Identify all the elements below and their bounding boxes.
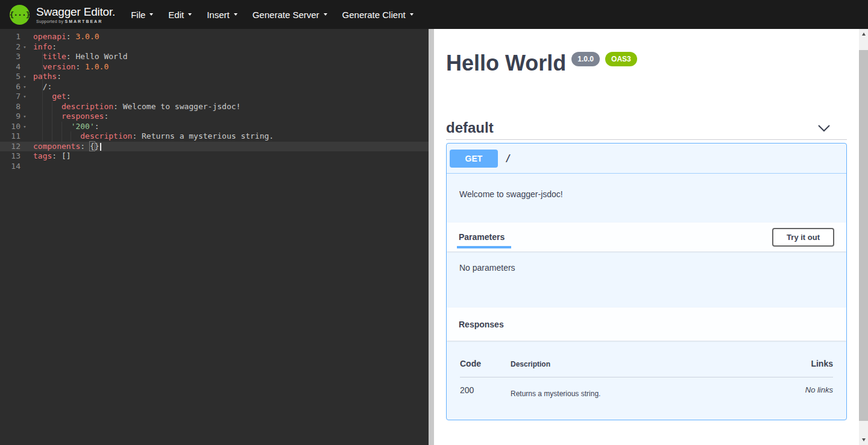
- col-code-header: Code: [460, 359, 511, 368]
- fold-toggle-icon[interactable]: ▾: [20, 72, 29, 82]
- chevron-down-icon[interactable]: [817, 124, 831, 132]
- gutter-line[interactable]: 1: [0, 32, 29, 42]
- code-line-8[interactable]: description: Welcome to swagger-jsdoc!: [33, 102, 274, 112]
- scroll-down-button[interactable]: [859, 435, 868, 445]
- version-badge: 1.0.0: [571, 52, 600, 66]
- code-line-7[interactable]: get:: [33, 92, 274, 102]
- col-links-header: Links: [811, 359, 833, 368]
- tagline-prefix: Supported by: [36, 19, 63, 24]
- gutter-line[interactable]: 9▾: [0, 112, 29, 122]
- response-links: No links: [805, 385, 833, 394]
- code-line-12[interactable]: components: {}: [33, 142, 274, 152]
- operation-path: /: [505, 153, 511, 164]
- fold-spacer: [20, 102, 29, 112]
- code-line-5[interactable]: paths:: [33, 72, 274, 82]
- active-tab-underline: [457, 246, 511, 248]
- gutter-line[interactable]: 10▾: [0, 122, 29, 132]
- try-it-out-button[interactable]: Try it out: [772, 228, 834, 247]
- response-row-200: 200 Returns a mysterious string. No link…: [460, 385, 833, 398]
- menu-edit-label: Edit: [168, 10, 184, 20]
- fold-toggle-icon[interactable]: ▾: [20, 122, 29, 132]
- fold-toggle-icon[interactable]: ▾: [20, 42, 29, 52]
- code-line-11[interactable]: description: Returns a mysterious string…: [33, 131, 274, 142]
- gutter-line[interactable]: 4: [0, 62, 29, 72]
- scroll-up-arrow-icon: [862, 33, 866, 36]
- menu-bar: File Edit Insert Generate Server Generat…: [131, 10, 414, 20]
- gutter-line[interactable]: 12: [0, 142, 29, 152]
- operation-summary[interactable]: GET /: [447, 144, 846, 174]
- fold-spacer: [20, 162, 29, 172]
- gutter-line[interactable]: 3: [0, 52, 29, 62]
- tag-section-default[interactable]: default: [446, 116, 847, 140]
- fold-spacer: [20, 62, 29, 72]
- menu-file-label: File: [131, 10, 145, 20]
- api-title: Hello World: [446, 51, 566, 75]
- operation-description: Welcome to swagger-jsdoc!: [447, 174, 846, 222]
- tab-parameters[interactable]: Parameters: [459, 222, 505, 251]
- tagline-brand: SMARTBEAR: [65, 19, 103, 24]
- dropdown-caret-icon: [324, 13, 327, 16]
- gutter-line[interactable]: 2▾: [0, 42, 29, 52]
- gutter-line[interactable]: 6▾: [0, 82, 29, 92]
- vertical-scrollbar[interactable]: [859, 29, 868, 445]
- menu-generate-server[interactable]: Generate Server: [253, 10, 327, 20]
- fold-spacer: [20, 142, 29, 152]
- swagger-ui-pane: Hello World 1.0.0 OAS3 default GET / Wel…: [434, 29, 859, 445]
- code-line-14[interactable]: [33, 162, 274, 172]
- dropdown-caret-icon: [188, 13, 192, 16]
- responses-table-head: Code Description Links: [460, 359, 833, 377]
- editor-gutter[interactable]: 12▾345▾6▾7▾89▾10▾11121314: [0, 32, 29, 171]
- dropdown-caret-icon: [410, 13, 414, 16]
- code-line-9[interactable]: responses:: [33, 112, 274, 122]
- menu-generate-client[interactable]: Generate Client: [342, 10, 414, 20]
- scrollbar-thumb[interactable]: [859, 50, 868, 421]
- gutter-line[interactable]: 14: [0, 162, 29, 172]
- dropdown-caret-icon: [149, 13, 153, 16]
- fold-spacer: [20, 131, 29, 142]
- menu-insert-label: Insert: [207, 10, 230, 20]
- col-description-header: Description: [511, 360, 811, 368]
- yaml-editor[interactable]: 12▾345▾6▾7▾89▾10▾11121314 openapi: 3.0.0…: [0, 29, 429, 445]
- gutter-line[interactable]: 8: [0, 102, 29, 112]
- menu-insert[interactable]: Insert: [207, 10, 237, 20]
- menu-edit[interactable]: Edit: [168, 10, 192, 20]
- braces-glyph: {···}: [9, 10, 30, 19]
- method-get-button[interactable]: GET: [450, 150, 498, 168]
- code-line-4[interactable]: version: 1.0.0: [33, 62, 274, 72]
- code-line-2[interactable]: info:: [33, 42, 274, 52]
- responses-title: Responses: [459, 320, 504, 329]
- brand-tagline: Supported by SMARTBEAR: [36, 19, 115, 24]
- fold-toggle-icon[interactable]: ▾: [20, 92, 29, 102]
- opblock-get: GET / Welcome to swagger-jsdoc! Paramete…: [446, 143, 847, 420]
- fold-spacer: [20, 151, 29, 162]
- brand-text: Swagger Editor. Supported by SMARTBEAR: [36, 5, 115, 24]
- oas3-badge: OAS3: [605, 52, 637, 66]
- fold-toggle-icon[interactable]: ▾: [20, 82, 29, 92]
- fold-spacer: [20, 32, 29, 42]
- pane-splitter[interactable]: [429, 29, 434, 445]
- fold-toggle-icon[interactable]: ▾: [20, 112, 29, 122]
- responses-table: Code Description Links 200 Returns a mys…: [447, 341, 846, 398]
- code-line-13[interactable]: tags: []: [33, 151, 274, 162]
- code-line-10[interactable]: '200':: [33, 122, 274, 132]
- dropdown-caret-icon: [234, 13, 237, 16]
- gutter-line[interactable]: 11: [0, 131, 29, 142]
- menu-file[interactable]: File: [131, 10, 153, 20]
- parameters-tab-label: Parameters: [459, 232, 505, 242]
- no-parameters-message: No parameters: [447, 251, 846, 308]
- gutter-line[interactable]: 7▾: [0, 92, 29, 102]
- gutter-line[interactable]: 5▾: [0, 72, 29, 82]
- scroll-up-button[interactable]: [859, 29, 868, 39]
- menu-generate-client-label: Generate Client: [342, 10, 406, 20]
- code-line-3[interactable]: title: Hello World: [33, 52, 274, 62]
- menu-generate-server-label: Generate Server: [253, 10, 319, 20]
- response-code: 200: [460, 385, 511, 395]
- gutter-line[interactable]: 13: [0, 151, 29, 162]
- main-split: 12▾345▾6▾7▾89▾10▾11121314 openapi: 3.0.0…: [0, 29, 868, 445]
- response-description: Returns a mysterious string.: [511, 390, 805, 398]
- editor-code[interactable]: openapi: 3.0.0info: title: Hello World v…: [29, 32, 274, 171]
- parameters-header: Parameters Try it out: [447, 222, 846, 251]
- code-line-1[interactable]: openapi: 3.0.0: [33, 32, 274, 42]
- app-title: Swagger Editor.: [36, 5, 115, 18]
- code-line-6[interactable]: /:: [33, 82, 274, 92]
